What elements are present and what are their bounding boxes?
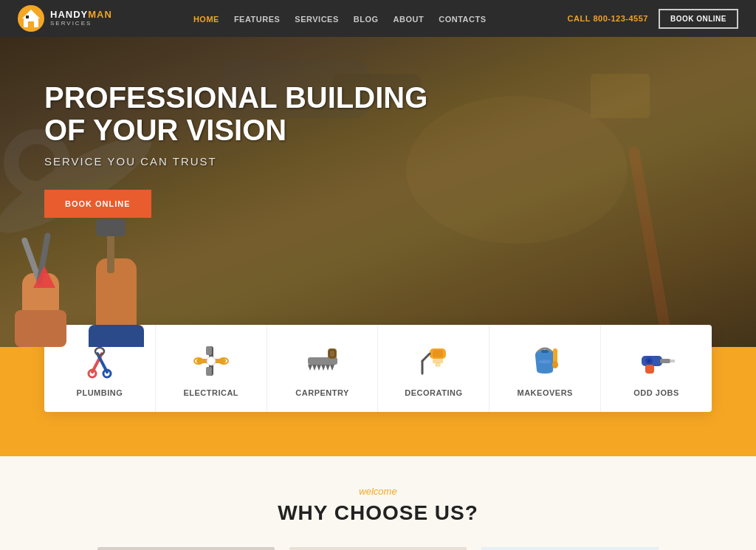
call-info: CALL 800-123-4557 bbox=[568, 14, 648, 23]
svg-marker-38 bbox=[326, 365, 330, 371]
hero-section: PROFESSIONAL BUILDING OF YOUR VISION SER… bbox=[0, 37, 756, 347]
svg-rect-19 bbox=[96, 220, 126, 236]
svg-marker-37 bbox=[321, 365, 326, 371]
service-label-plumbing: PLUMBING bbox=[77, 388, 123, 397]
nav-contacts[interactable]: CONTACTS bbox=[439, 15, 486, 24]
svg-rect-48 bbox=[541, 350, 549, 353]
service-item-makeovers[interactable]: MAKEOVERS bbox=[489, 325, 601, 412]
logo-icon bbox=[18, 5, 44, 32]
service-label-carpentry: CARPENTRY bbox=[295, 388, 349, 397]
logo-text: HANDYMAN SERVICES bbox=[50, 10, 112, 27]
svg-point-51 bbox=[538, 360, 551, 364]
nav-services[interactable]: SERVICES bbox=[295, 15, 338, 24]
hero-content: PROFESSIONAL BUILDING OF YOUR VISION SER… bbox=[0, 37, 756, 218]
hero-hands bbox=[0, 214, 221, 347]
why-image-1 bbox=[97, 547, 275, 550]
svg-point-50 bbox=[552, 361, 558, 368]
nav-home[interactable]: HOME bbox=[193, 15, 219, 24]
service-label-odd-jobs: ODD JOBS bbox=[633, 388, 678, 397]
nav-about[interactable]: ABOUT bbox=[394, 15, 425, 24]
hero-title: PROFESSIONAL BUILDING OF YOUR VISION bbox=[44, 81, 756, 146]
svg-point-25 bbox=[103, 370, 111, 377]
svg-rect-17 bbox=[89, 325, 144, 347]
svg-line-44 bbox=[422, 354, 430, 361]
svg-rect-30 bbox=[206, 367, 212, 376]
hero-subtitle: SERVICE YOU CAN TRUST bbox=[44, 155, 756, 168]
svg-rect-53 bbox=[660, 359, 670, 363]
service-item-decorating[interactable]: DECORATING bbox=[378, 325, 489, 412]
plumbing-icon bbox=[81, 343, 118, 379]
logo: HANDYMAN SERVICES bbox=[18, 5, 112, 32]
why-title: WHY CHOOSE US? bbox=[44, 501, 712, 525]
why-image-3 bbox=[481, 547, 659, 550]
svg-rect-29 bbox=[206, 346, 212, 355]
why-images bbox=[44, 547, 712, 550]
svg-marker-39 bbox=[330, 365, 334, 371]
svg-marker-34 bbox=[308, 365, 312, 371]
service-item-carpentry[interactable]: CARPENTRY bbox=[267, 325, 379, 412]
svg-rect-70 bbox=[289, 547, 467, 550]
decorating-icon bbox=[415, 343, 452, 379]
svg-marker-35 bbox=[312, 365, 317, 371]
svg-rect-13 bbox=[15, 310, 66, 347]
book-online-button-hero[interactable]: BOOK ONLINE bbox=[44, 190, 151, 218]
svg-rect-60 bbox=[97, 547, 275, 550]
odd-jobs-icon bbox=[638, 343, 675, 379]
service-label-electrical: ELECTRICAL bbox=[183, 388, 238, 397]
nav-links: HOME FEATURES SERVICES BLOG ABOUT CONTAC… bbox=[193, 12, 487, 25]
navbar: HANDYMAN SERVICES HOME FEATURES SERVICES… bbox=[0, 0, 756, 37]
why-image-2 bbox=[289, 547, 467, 550]
services-section: PLUMBING ELECTRICAL bbox=[0, 347, 756, 456]
svg-point-24 bbox=[89, 370, 96, 377]
svg-rect-3 bbox=[28, 21, 34, 27]
why-welcome-text: welcome bbox=[44, 486, 712, 497]
book-online-button-nav[interactable]: BOOK ONLINE bbox=[659, 9, 738, 29]
svg-rect-57 bbox=[645, 365, 654, 374]
makeovers-icon bbox=[526, 343, 563, 379]
electrical-icon bbox=[193, 343, 230, 379]
svg-rect-4 bbox=[26, 16, 29, 18]
service-label-makeovers: MAKEOVERS bbox=[518, 388, 573, 397]
svg-marker-36 bbox=[317, 365, 321, 371]
navbar-right: CALL 800-123-4557 BOOK ONLINE bbox=[568, 9, 738, 29]
svg-point-23 bbox=[95, 348, 104, 355]
nav-features[interactable]: FEATURES bbox=[234, 15, 280, 24]
svg-rect-85 bbox=[481, 547, 659, 550]
nav-blog[interactable]: BLOG bbox=[354, 15, 379, 24]
service-item-odd-jobs[interactable]: ODD JOBS bbox=[601, 325, 712, 412]
svg-point-47 bbox=[435, 362, 441, 367]
svg-point-28 bbox=[207, 357, 216, 365]
svg-rect-43 bbox=[433, 350, 443, 357]
svg-point-56 bbox=[647, 360, 650, 362]
service-label-decorating: DECORATING bbox=[405, 388, 462, 397]
carpentry-icon bbox=[304, 343, 341, 379]
why-choose-section: welcome WHY CHOOSE US? bbox=[0, 456, 756, 550]
